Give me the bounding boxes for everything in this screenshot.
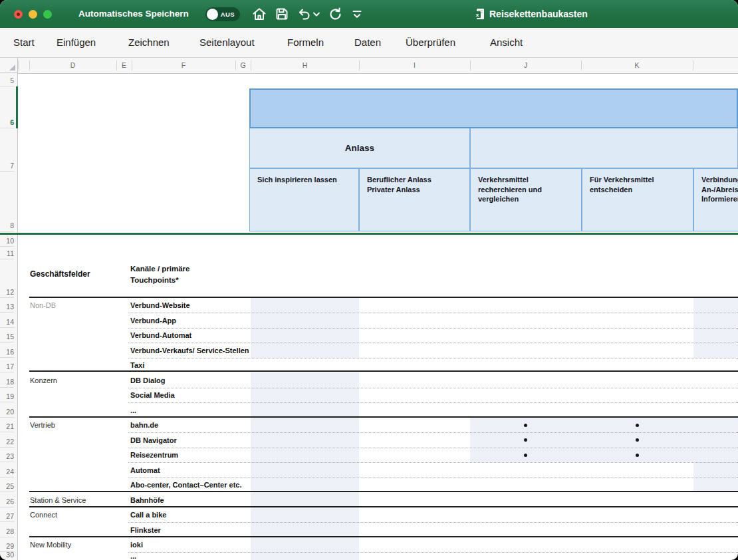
column-header-I[interactable]: I bbox=[359, 58, 470, 73]
table-row: Verbund-Verkaufs/ Service-Stellen bbox=[0, 343, 738, 358]
channel-label: ioki bbox=[130, 537, 143, 552]
table-row: Flinkster bbox=[0, 522, 738, 537]
row-header-11[interactable]: 11 bbox=[0, 247, 14, 259]
channel-label: Reisezentrum bbox=[130, 448, 178, 462]
document-title: Reisekettenbaukasten bbox=[489, 9, 588, 19]
column-separator bbox=[116, 61, 117, 70]
tab-start[interactable]: Start bbox=[13, 28, 35, 57]
row-header-12[interactable]: 12 bbox=[0, 259, 14, 298]
row-separator bbox=[128, 552, 738, 553]
table-row: ... bbox=[0, 402, 738, 418]
table-row: Non-DB Verbund-Website bbox=[0, 298, 738, 313]
fullscreen-button[interactable] bbox=[43, 10, 52, 19]
column-headers[interactable]: DEFGHIJK bbox=[0, 58, 738, 74]
row-separator bbox=[128, 358, 738, 358]
redo-icon[interactable] bbox=[327, 6, 344, 22]
svg-text:x: x bbox=[476, 11, 479, 17]
table-row: Verbund-App bbox=[0, 313, 738, 328]
column-header-K[interactable]: K bbox=[581, 58, 693, 73]
column-separator bbox=[693, 61, 693, 70]
ribbon-toggle-icon[interactable] bbox=[350, 6, 367, 22]
titlebar: Automatisches Speichern AUS bbox=[0, 0, 738, 28]
column-header-H[interactable]: H bbox=[251, 58, 359, 73]
matrix-dot bbox=[636, 438, 639, 442]
column-separator bbox=[29, 61, 30, 70]
row-separator bbox=[128, 432, 738, 433]
channel-label: Verbund-App bbox=[130, 313, 176, 328]
matrix-dot bbox=[524, 454, 527, 457]
channel-label: Abo-center, Contact–Center etc. bbox=[130, 478, 241, 492]
column-separator bbox=[359, 61, 360, 70]
tab-formeln[interactable]: Formeln bbox=[287, 28, 324, 57]
column-header-G[interactable]: G bbox=[235, 58, 251, 73]
matrix-dot bbox=[636, 424, 639, 427]
row-separator bbox=[128, 388, 738, 388]
column-separator bbox=[470, 61, 471, 70]
tab-zeichnen[interactable]: Zeichnen bbox=[128, 28, 170, 57]
column-header-F[interactable]: F bbox=[132, 58, 235, 73]
row-separator bbox=[128, 478, 738, 478]
journey-table-banner bbox=[249, 88, 738, 128]
freeze-pane-divider bbox=[0, 233, 738, 235]
table-row: Reisezentrum bbox=[0, 448, 738, 462]
matrix-dot bbox=[636, 454, 639, 457]
row-separator bbox=[128, 522, 738, 523]
column-header-J[interactable]: J bbox=[470, 58, 581, 73]
phase-header-4: Für Verkehrsmittel entscheiden bbox=[582, 168, 693, 231]
row-header-6[interactable]: 6 bbox=[0, 86, 14, 128]
autosave-toggle[interactable]: AUS bbox=[205, 7, 240, 21]
select-all-corner[interactable] bbox=[0, 58, 18, 73]
tab-ueberpruefen[interactable]: Überprüfen bbox=[406, 28, 455, 57]
table-row: Konzern DB Dialog bbox=[0, 372, 738, 388]
channels-header: Kanäle / primäre Touchpoints* bbox=[130, 263, 237, 285]
column-separator bbox=[251, 61, 251, 70]
row-separator bbox=[128, 313, 738, 313]
row-separator bbox=[128, 402, 738, 403]
toggle-knob bbox=[207, 9, 218, 20]
save-icon[interactable] bbox=[274, 6, 291, 22]
channel-label: DB Navigator bbox=[130, 432, 177, 448]
tab-seitenlayout[interactable]: Seitenlayout bbox=[199, 28, 255, 57]
row-header-8[interactable]: 8 bbox=[0, 172, 14, 231]
channel-label: Social Media bbox=[130, 388, 175, 402]
undo-dropdown-chevron-icon[interactable] bbox=[312, 6, 321, 22]
group-divider bbox=[29, 536, 738, 537]
tab-daten[interactable]: Daten bbox=[354, 28, 381, 57]
channel-label: Verbund-Website bbox=[130, 298, 190, 313]
group-label: Station & Service bbox=[30, 492, 86, 507]
table-row: ... bbox=[0, 552, 738, 560]
row-header-10[interactable]: 10 bbox=[0, 235, 14, 247]
group-label: Konzern bbox=[30, 372, 57, 388]
document-title-group: x Reisekettenbaukasten bbox=[473, 0, 588, 28]
excel-document-icon: x bbox=[473, 8, 485, 21]
channel-label: Automat bbox=[130, 462, 160, 478]
table-row: DB Navigator bbox=[0, 432, 738, 448]
group-label: Non-DB bbox=[30, 298, 56, 313]
phase-header-2: Beruflicher AnlassPrivater Anlass bbox=[359, 168, 470, 231]
channel-label: Flinkster bbox=[130, 522, 161, 537]
channel-label: bahn.de bbox=[130, 418, 158, 432]
table-row: Station & Service Bahnhöfe bbox=[0, 492, 738, 507]
close-button[interactable] bbox=[14, 10, 23, 19]
autosave-state: AUS bbox=[221, 7, 235, 21]
channel-label: DB Dialog bbox=[130, 372, 166, 388]
anlass-row: Anlass bbox=[249, 128, 738, 168]
row-header-7[interactable]: 7 bbox=[0, 128, 14, 172]
column-header-E[interactable]: E bbox=[116, 58, 132, 73]
table-row: Automat bbox=[0, 462, 738, 478]
active-row-indicator bbox=[16, 86, 18, 128]
tab-einfuegen[interactable]: Einfügen bbox=[57, 28, 96, 57]
column-separator bbox=[581, 61, 582, 70]
minimize-button[interactable] bbox=[29, 10, 37, 19]
phase-header-1: Sich inspirieren lassen bbox=[249, 168, 359, 231]
anlass-cell-empty bbox=[470, 128, 738, 168]
channel-label: ... bbox=[130, 552, 136, 560]
column-separator bbox=[18, 61, 19, 70]
tab-ansicht[interactable]: Ansicht bbox=[490, 28, 523, 57]
column-separator bbox=[132, 61, 132, 70]
group-label: Vertrieb bbox=[30, 418, 55, 432]
matrix-dot bbox=[524, 438, 527, 442]
row-header-5[interactable]: 5 bbox=[0, 73, 14, 86]
column-header-D[interactable]: D bbox=[29, 58, 116, 73]
home-icon[interactable] bbox=[251, 6, 269, 22]
